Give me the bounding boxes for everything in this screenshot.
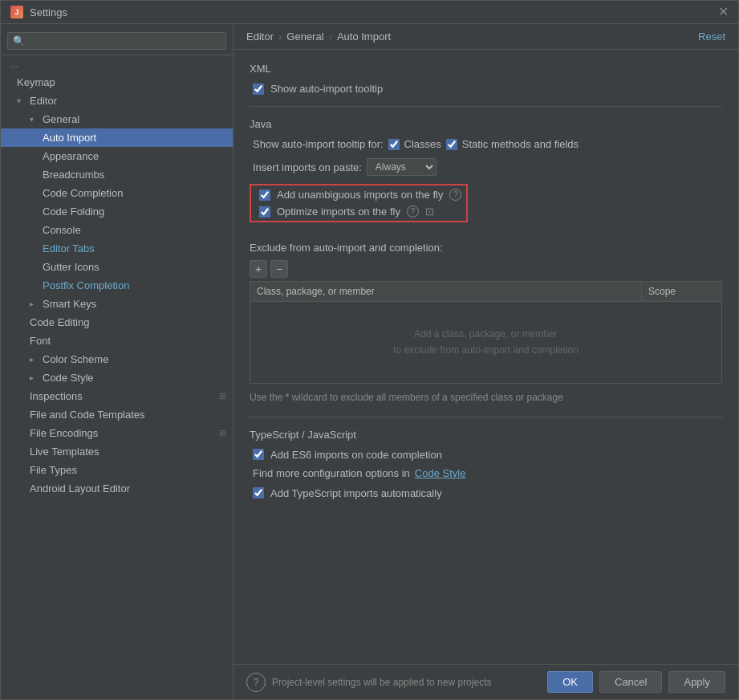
chevron-right-icon: ▸ — [30, 373, 39, 382]
breadcrumb-auto-import[interactable]: Auto Import — [337, 31, 391, 43]
ts-auto-checkbox[interactable] — [253, 487, 264, 499]
xml-section: XML Show auto-import tooltip — [250, 63, 722, 95]
sidebar-item-font[interactable]: Font — [1, 332, 233, 350]
sidebar-dots: ... — [1, 55, 233, 73]
exclude-section: Exclude from auto-import and completion:… — [250, 242, 722, 405]
sidebar-item-label: Breadcrumbs — [43, 169, 104, 181]
java-section: Java Show auto-import tooltip for: Class… — [250, 118, 722, 405]
breadcrumb-editor[interactable]: Editor — [246, 31, 274, 43]
sidebar-item-label: General — [43, 113, 79, 125]
help-icon[interactable]: ? — [407, 206, 419, 218]
optimize-label[interactable]: Optimize imports on the fly — [277, 206, 400, 218]
insert-imports-row: Insert imports on paste: Always Ask Neve… — [250, 158, 722, 176]
sidebar-item-live-templates[interactable]: Live Templates — [1, 442, 233, 461]
optimize-row: Optimize imports on the fly ? ⊡ — [256, 206, 461, 218]
empty-line2: to exclude from auto-import and completi… — [393, 344, 579, 356]
settings-icon: ⊞ — [219, 391, 226, 401]
sidebar-item-console[interactable]: Console — [1, 221, 233, 239]
sidebar: ... Keymap ▾ Editor ▾ General Auto Impor… — [1, 24, 233, 699]
sidebar-item-keymap[interactable]: Keymap — [1, 73, 233, 92]
sidebar-item-label: Smart Keys — [43, 298, 96, 310]
sidebar-item-code-editing[interactable]: Code Editing — [1, 313, 233, 332]
unambiguous-label[interactable]: Add unambiguous imports on the fly — [277, 189, 443, 201]
title-bar: J Settings ✕ — [1, 1, 738, 24]
sidebar-item-general[interactable]: ▾ General — [1, 110, 233, 128]
code-style-config-row: Find more configuration options in Code … — [250, 467, 722, 479]
code-style-link[interactable]: Code Style — [415, 467, 466, 479]
sidebar-item-gutter-icons[interactable]: Gutter Icons — [1, 258, 233, 276]
sidebar-item-label: Code Completion — [43, 187, 123, 199]
col-class-header: Class, package, or member — [250, 282, 641, 301]
app-icon: J — [10, 6, 23, 18]
sidebar-item-android-layout-editor[interactable]: Android Layout Editor — [1, 479, 233, 498]
close-button[interactable]: ✕ — [718, 6, 729, 18]
classes-checkbox[interactable] — [388, 139, 400, 150]
add-exclude-button[interactable]: + — [250, 260, 267, 278]
help-icon[interactable]: ? — [449, 189, 461, 201]
sidebar-item-color-scheme[interactable]: ▸ Color Scheme — [1, 350, 233, 368]
reset-button[interactable]: Reset — [698, 31, 725, 43]
ts-title: TypeScript / JavaScript — [250, 429, 722, 441]
sidebar-item-code-folding[interactable]: Code Folding — [1, 202, 233, 221]
exclude-empty-state: Add a class, package, or member to exclu… — [250, 302, 721, 383]
col-scope-header: Scope — [641, 282, 721, 301]
ts-section: TypeScript / JavaScript Add ES6 imports … — [250, 429, 722, 499]
sidebar-item-label: File and Code Templates — [30, 409, 145, 421]
sidebar-item-code-style[interactable]: ▸ Code Style — [1, 368, 233, 387]
java-title: Java — [250, 118, 722, 130]
help-button[interactable]: ? — [246, 673, 266, 692]
sidebar-item-file-encodings[interactable]: File Encodings ⊞ — [1, 424, 233, 442]
java-ts-divider — [250, 417, 722, 417]
optimize-checkbox[interactable] — [259, 206, 270, 218]
sidebar-item-appearance[interactable]: Appearance — [1, 147, 233, 165]
wildcard-note: Use the * wildcard to exclude all member… — [250, 390, 722, 405]
tooltip-label: Show auto-import tooltip for: — [253, 138, 384, 150]
es6-label[interactable]: Add ES6 imports on code completion — [270, 449, 442, 461]
sidebar-item-label: Inspections — [30, 390, 83, 402]
sidebar-item-auto-import[interactable]: Auto Import — [1, 128, 233, 147]
sidebar-item-editor-tabs[interactable]: Editor Tabs — [1, 239, 233, 258]
classes-label[interactable]: Classes — [404, 138, 441, 150]
sidebar-item-label: Code Editing — [30, 316, 89, 328]
sidebar-item-label: Gutter Icons — [43, 261, 99, 273]
sidebar-item-code-completion[interactable]: Code Completion — [1, 184, 233, 202]
sidebar-item-postfix-completion[interactable]: Postfix Completion — [1, 276, 233, 295]
settings-dialog: J Settings ✕ ... Keymap ▾ Editor ▾ Gener… — [0, 0, 739, 700]
breadcrumb-sep: › — [329, 31, 332, 43]
sidebar-item-breadcrumbs[interactable]: Breadcrumbs — [1, 165, 233, 184]
cancel-button[interactable]: Cancel — [599, 671, 662, 693]
sidebar-item-inspections[interactable]: Inspections ⊞ — [1, 387, 233, 405]
exclude-table: Class, package, or member Scope Add a cl… — [250, 281, 722, 384]
panel-content: XML Show auto-import tooltip Java Show a… — [233, 50, 738, 664]
apply-button[interactable]: Apply — [668, 671, 725, 693]
show-tooltip-xml-label[interactable]: Show auto-import tooltip — [270, 83, 383, 95]
main-panel: Editor › General › Auto Import Reset XML… — [233, 24, 738, 699]
bottom-bar: ? Project-level settings will be applied… — [233, 664, 738, 699]
unambiguous-checkbox[interactable] — [259, 189, 270, 201]
ok-button[interactable]: OK — [547, 671, 593, 693]
sidebar-item-editor[interactable]: ▾ Editor — [1, 92, 233, 110]
highlighted-checkboxes-box: Add unambiguous imports on the fly ? Opt… — [250, 184, 468, 222]
sidebar-item-label: Keymap — [17, 76, 55, 88]
sidebar-item-label: Editor Tabs — [43, 242, 95, 254]
chevron-right-icon: ▸ — [30, 299, 39, 308]
show-tooltip-xml-checkbox[interactable] — [253, 83, 264, 95]
sidebar-item-file-code-templates[interactable]: File and Code Templates — [1, 405, 233, 424]
sidebar-item-file-types[interactable]: File Types — [1, 461, 233, 479]
ts-auto-label[interactable]: Add TypeScript imports automatically — [270, 487, 442, 499]
remove-exclude-button[interactable]: − — [270, 260, 288, 278]
show-tooltip-xml-row: Show auto-import tooltip — [250, 83, 722, 95]
exclude-toolbar: + − — [250, 260, 722, 278]
es6-checkbox[interactable] — [253, 449, 264, 460]
chevron-down-icon: ▾ — [17, 96, 26, 105]
insert-imports-select[interactable]: Always Ask Never — [367, 158, 436, 176]
sidebar-item-label: Postfix Completion — [43, 279, 129, 291]
chevron-right-icon: ▸ — [30, 355, 39, 364]
config-prefix: Find more configuration options in — [253, 467, 410, 479]
sidebar-item-smart-keys[interactable]: ▸ Smart Keys — [1, 295, 233, 313]
search-input[interactable] — [7, 32, 226, 50]
breadcrumb-bar: Editor › General › Auto Import Reset — [233, 24, 738, 50]
breadcrumb-general[interactable]: General — [286, 31, 323, 43]
static-methods-checkbox[interactable] — [446, 139, 457, 150]
static-methods-label[interactable]: Static methods and fields — [462, 138, 579, 150]
